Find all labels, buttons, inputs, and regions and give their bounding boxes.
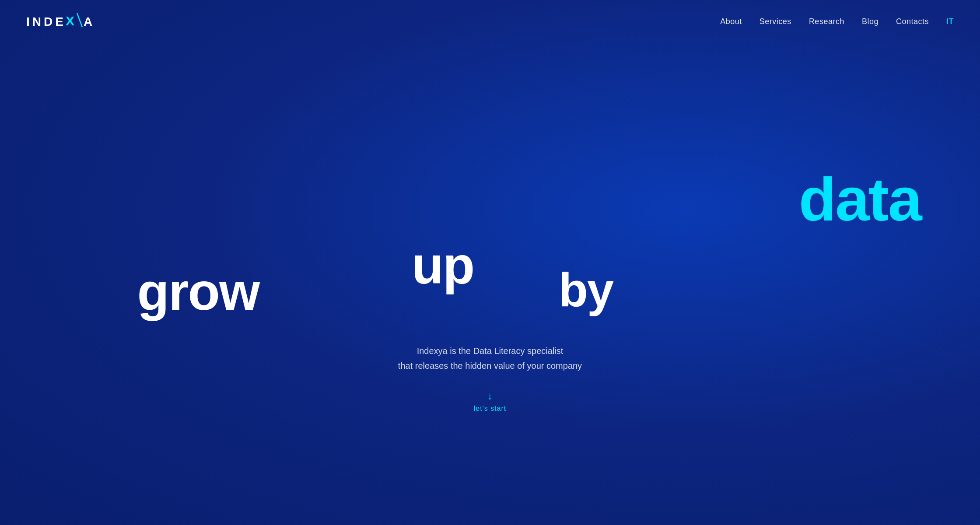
logo[interactable]: INDE X A (26, 12, 95, 31)
arrow-down-icon: ↓ (487, 391, 493, 401)
logo-text-after: A (84, 15, 95, 29)
nav-language[interactable]: IT (946, 17, 954, 26)
hero-word-data: data (799, 164, 921, 235)
logo-x-mark: X (66, 12, 84, 31)
svg-text:X: X (66, 14, 74, 28)
nav-contacts[interactable]: Contacts (896, 17, 929, 26)
hero-subtitle-line2: that releases the hidden value of your c… (398, 358, 582, 373)
nav-services[interactable]: Services (760, 17, 791, 26)
hero-word-grow: grow (137, 261, 259, 322)
cta-section[interactable]: ↓ let's start (474, 391, 507, 413)
nav-research[interactable]: Research (809, 17, 844, 26)
hero-subtitle-line1: Indexya is the Data Literacy specialist (398, 343, 582, 358)
main-nav: About Services Research Blog Contacts IT (720, 17, 954, 26)
hero-word-by: by (559, 262, 613, 317)
nav-blog[interactable]: Blog (862, 17, 878, 26)
hero-section: grow up by data Indexya is the Data Lite… (0, 43, 980, 525)
hero-headline: grow up by data (0, 155, 980, 330)
nav-about[interactable]: About (720, 17, 742, 26)
site-header: INDE X A About Services Research Blog Co… (0, 0, 980, 43)
hero-subtitle: Indexya is the Data Literacy specialist … (398, 343, 582, 373)
logo-text-before: INDE (26, 15, 66, 29)
cta-button[interactable]: let's start (474, 405, 507, 413)
hero-word-up: up (412, 235, 474, 295)
svg-line-1 (77, 13, 82, 27)
